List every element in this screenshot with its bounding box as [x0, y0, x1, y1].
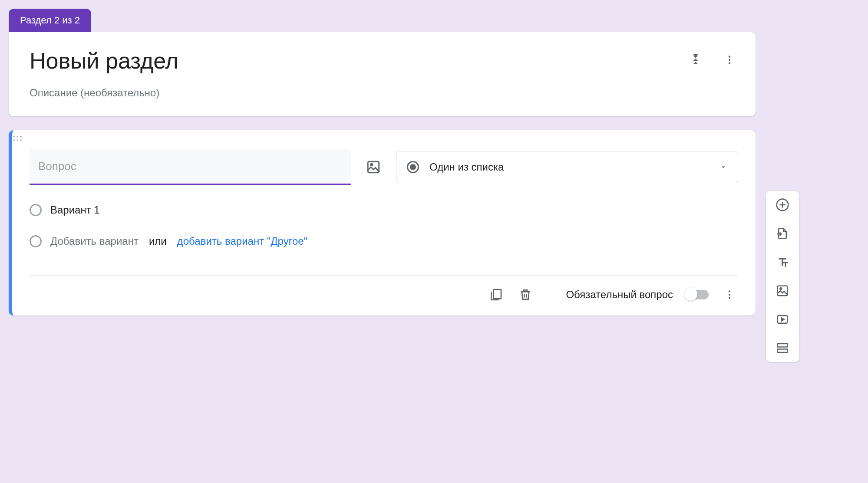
add-section-icon[interactable]: [775, 340, 790, 356]
add-option-button[interactable]: Добавить вариант: [50, 235, 139, 247]
add-question-icon[interactable]: [775, 197, 790, 213]
chevron-down-icon: [719, 163, 727, 171]
svg-rect-20: [778, 349, 788, 353]
side-toolbar: [766, 191, 799, 362]
svg-point-8: [20, 139, 22, 141]
or-separator: или: [149, 235, 167, 247]
section-title[interactable]: Новый раздел: [30, 48, 735, 74]
section-indicator-tab: Раздел 2 из 2: [9, 9, 91, 32]
radio-outline-icon: [30, 204, 42, 216]
svg-point-3: [13, 136, 15, 138]
svg-point-1: [729, 59, 730, 61]
svg-point-5: [20, 136, 22, 138]
add-option-row: Добавить вариант или добавить вариант "Д…: [30, 235, 738, 247]
svg-point-13: [729, 294, 730, 296]
add-other-button[interactable]: добавить вариант "Другое": [177, 235, 307, 247]
svg-point-17: [780, 288, 782, 289]
svg-rect-9: [368, 161, 379, 173]
svg-point-6: [13, 139, 15, 141]
option-row[interactable]: Вариант 1: [30, 204, 738, 216]
required-toggle[interactable]: [685, 290, 709, 299]
delete-icon[interactable]: [517, 286, 534, 303]
import-question-icon[interactable]: [775, 226, 790, 241]
svg-point-2: [729, 62, 730, 64]
svg-rect-19: [778, 344, 788, 347]
duplicate-icon[interactable]: [487, 286, 505, 303]
radio-icon: [407, 161, 419, 173]
add-video-icon[interactable]: [775, 312, 790, 327]
question-type-label: Один из списка: [429, 161, 504, 173]
radio-outline-icon: [30, 235, 42, 247]
section-header-card: Новый раздел Описание (необязательно): [9, 32, 756, 116]
drag-handle-icon[interactable]: [12, 130, 756, 143]
add-image-icon[interactable]: [363, 157, 384, 177]
svg-point-10: [371, 164, 373, 165]
question-type-select[interactable]: Один из списка: [396, 151, 738, 183]
more-options-icon[interactable]: [721, 51, 738, 69]
svg-point-0: [729, 56, 730, 57]
add-image-tool-icon[interactable]: [775, 283, 790, 299]
question-title-input[interactable]: [30, 149, 351, 185]
collapse-section-icon[interactable]: [687, 51, 704, 69]
svg-point-4: [17, 136, 18, 138]
svg-point-7: [17, 139, 18, 141]
add-title-icon[interactable]: [775, 254, 790, 270]
separator: [550, 286, 550, 303]
required-label: Обязательный вопрос: [566, 289, 673, 301]
question-more-icon[interactable]: [721, 286, 738, 303]
svg-point-14: [729, 297, 730, 299]
section-description-placeholder[interactable]: Описание (необязательно): [30, 87, 735, 99]
svg-rect-16: [778, 286, 788, 296]
svg-rect-11: [494, 289, 501, 299]
question-card: Один из списка Вариант 1 Добавить вариан…: [9, 130, 756, 315]
option-label[interactable]: Вариант 1: [50, 204, 100, 216]
svg-point-12: [729, 290, 730, 292]
